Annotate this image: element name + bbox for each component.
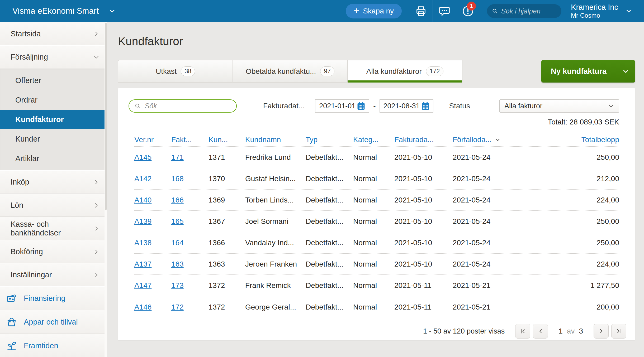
current-page[interactable]: 1 xyxy=(558,327,563,335)
verification-link[interactable]: A139 xyxy=(134,217,171,226)
column-header-kundnamn[interactable]: Kundnamn xyxy=(245,136,306,144)
last-page-button[interactable] xyxy=(611,324,626,339)
table-row[interactable]: A137 163 1363 Jeroen Franken Debetfakt..… xyxy=(134,254,619,275)
invoice-date: 2021-05-11 xyxy=(394,281,453,290)
sort-descending-icon xyxy=(494,136,501,143)
invoice-number-link[interactable]: 173 xyxy=(171,281,209,290)
sidebar-item-appar-och-tillval[interactable]: Appar och tillval xyxy=(0,310,107,334)
column-header-typ[interactable]: Typ xyxy=(306,136,353,144)
sidebar-item-inkop[interactable]: Inköp xyxy=(0,170,107,194)
sidebar-item-label: Ordrar xyxy=(15,96,37,104)
table-row[interactable]: A147 173 1372 Frank Remick Debetfakt... … xyxy=(134,275,619,296)
customer-number: 1370 xyxy=(209,175,245,183)
sidebar-item-lon[interactable]: Lön xyxy=(0,194,107,217)
date-from-input[interactable] xyxy=(319,102,356,110)
column-header-kategori[interactable]: Kateg... xyxy=(353,136,394,144)
verification-link[interactable]: A138 xyxy=(134,239,171,247)
of-label: av xyxy=(567,327,575,335)
sidebar-item-artiklar[interactable]: Artiklar xyxy=(0,149,107,168)
scrollbar-thumb[interactable] xyxy=(105,23,107,210)
invoice-number-link[interactable]: 163 xyxy=(171,260,209,268)
invoice-number-link[interactable]: 171 xyxy=(171,153,209,162)
invoice-number-link[interactable]: 172 xyxy=(171,303,209,311)
sidebar-item-kunder[interactable]: Kunder xyxy=(0,129,107,149)
filter-row: Fakturadat... xyxy=(129,99,619,113)
table-row[interactable]: A140 166 1369 Torben Linds... Debetfakt.… xyxy=(134,190,619,211)
column-header-totalbelopp[interactable]: Totalbelopp xyxy=(512,136,619,144)
total-amount: 250,00 xyxy=(512,239,619,247)
table-row[interactable]: A138 164 1366 Vandalay Ind... Debetfakt.… xyxy=(134,232,619,254)
verification-link[interactable]: A140 xyxy=(134,196,171,204)
help-search-input[interactable] xyxy=(501,7,557,15)
sidebar-item-startsida[interactable]: Startsida xyxy=(0,22,107,45)
next-page-button[interactable] xyxy=(594,324,609,339)
print-button[interactable] xyxy=(409,0,433,22)
main-content: Kundfakturor Utkast 38 Obetalda kundfakt… xyxy=(107,22,644,357)
sidebar-item-ordrar[interactable]: Ordrar xyxy=(0,90,107,110)
verification-link[interactable]: A137 xyxy=(134,260,171,268)
invoice-number-link[interactable]: 166 xyxy=(171,196,209,204)
tab-count-badge: 38 xyxy=(181,66,195,76)
sidebar-item-bokforing[interactable]: Bokföring xyxy=(0,240,107,263)
table-row[interactable]: A145 171 1371 Fredrika Lund Debetfakt...… xyxy=(134,147,619,168)
sidebar-scrollbar[interactable] xyxy=(105,22,107,357)
total-amount: 224,00 xyxy=(512,196,619,204)
invoice-number-link[interactable]: 168 xyxy=(171,175,209,183)
sidebar-item-label: Försäljning xyxy=(11,53,48,61)
date-from-calendar-button[interactable] xyxy=(356,101,366,111)
account-menu[interactable]: Kramerica Inc Mr Cosmo xyxy=(571,3,632,20)
sidebar-item-framtiden[interactable]: Framtiden xyxy=(0,334,107,357)
table-row[interactable]: A139 165 1367 Joel Sormani Debetfakt... … xyxy=(134,211,619,232)
verification-link[interactable]: A146 xyxy=(134,303,171,311)
status-select[interactable]: Alla fakturor xyxy=(499,99,619,113)
tab-obetalda-kundfakturor[interactable]: Obetalda kundfaktu... 97 xyxy=(233,60,348,83)
verification-link[interactable]: A147 xyxy=(134,281,171,290)
previous-page-button[interactable] xyxy=(533,324,548,339)
verification-link[interactable]: A142 xyxy=(134,175,171,183)
table-search xyxy=(129,99,237,113)
table-row[interactable]: A142 168 1370 Gustaf Helsin... Debetfakt… xyxy=(134,168,619,190)
tab-utkast[interactable]: Utkast 38 xyxy=(118,60,233,83)
table-row[interactable]: A146 172 1372 George Geral... Debetfakt.… xyxy=(134,296,619,318)
chevron-left-icon xyxy=(537,328,544,335)
column-label: Fakturada... xyxy=(394,136,434,144)
invoice-number-link[interactable]: 165 xyxy=(171,217,209,226)
chevron-right-icon xyxy=(598,328,605,335)
sidebar-item-kundfakturor[interactable]: Kundfakturor xyxy=(0,110,107,129)
chevron-right-icon xyxy=(93,271,100,279)
sidebar-item-forsaljning[interactable]: Försäljning xyxy=(0,45,107,69)
new-invoice-button[interactable]: Ny kundfaktura xyxy=(541,60,635,83)
customer-name: Torben Linds... xyxy=(245,196,306,204)
invoice-number-link[interactable]: 164 xyxy=(171,239,209,247)
account-names: Kramerica Inc Mr Cosmo xyxy=(571,3,618,20)
table-search-input[interactable] xyxy=(145,102,231,110)
date-to-input[interactable] xyxy=(383,102,420,110)
column-header-vernr[interactable]: Ver.nr xyxy=(134,136,171,144)
date-to-calendar-button[interactable] xyxy=(420,101,430,111)
column-header-fakturadatum[interactable]: Fakturada... xyxy=(394,136,453,144)
app-switcher[interactable]: Visma eEkonomi Smart xyxy=(0,0,144,22)
create-new-button[interactable]: + Skapa ny xyxy=(346,4,402,18)
sprout-icon xyxy=(6,340,17,352)
new-invoice-dropdown[interactable] xyxy=(616,60,635,83)
notifications-button[interactable]: 1 xyxy=(456,0,480,22)
sidebar-item-offerter[interactable]: Offerter xyxy=(0,71,107,90)
sidebar-item-kassa-och-bankhandelser[interactable]: Kassa- och bankhändelser xyxy=(0,217,107,240)
sidebar-item-label: Kunder xyxy=(15,135,40,143)
column-header-kundnr[interactable]: Kun... xyxy=(209,136,245,144)
column-header-faktnr[interactable]: Fakt... xyxy=(171,136,209,144)
column-header-forfallodatum[interactable]: Förfalloda... xyxy=(453,136,512,144)
tab-label: Utkast xyxy=(156,67,177,76)
search-icon xyxy=(492,7,498,15)
invoice-category: Normal xyxy=(353,239,394,247)
due-date: 2021-05-24 xyxy=(453,196,512,204)
sidebar-item-installningar[interactable]: Inställningar xyxy=(0,263,107,286)
tab-alla-kundfakturor[interactable]: Alla kundfakturor 172 xyxy=(348,60,462,83)
sidebar-item-finansiering[interactable]: Finansiering xyxy=(0,286,107,310)
invoice-table: Ver.nr Fakt... Kun... Kundnamn Typ Kateg… xyxy=(129,133,619,318)
verification-link[interactable]: A145 xyxy=(134,153,171,162)
invoice-type: Debetfakt... xyxy=(306,281,353,290)
first-page-button[interactable] xyxy=(515,324,530,339)
topbar: Visma eEkonomi Smart + Skapa ny xyxy=(0,0,644,22)
chat-button[interactable] xyxy=(433,0,456,22)
